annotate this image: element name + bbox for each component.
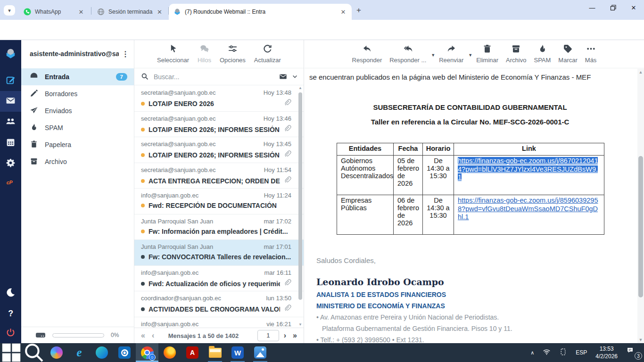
message-row[interactable]: secretaria@sanjuan.gob.ecHoy 13:48LOTAIP…: [134, 86, 304, 112]
mail-action-responder[interactable]: Responder: [352, 44, 382, 64]
tray-expand-icon[interactable]: ∧: [530, 350, 534, 356]
message-count: Mensajes 1 a 50 de 1402: [154, 332, 253, 339]
taskbar-file-explorer-icon[interactable]: [204, 343, 226, 362]
message-time: Hoy 11:54: [264, 166, 291, 173]
browser-tab[interactable]: Sesión terminada | Informes Me✕: [92, 4, 167, 20]
folder-item-papelera[interactable]: Papelera: [21, 136, 134, 153]
mail-action-spam[interactable]: SPAM: [534, 44, 551, 64]
action-center-icon[interactable]: 3: [626, 346, 640, 359]
folder-label: Entrada: [45, 73, 69, 81]
message-time: Hoy 11:24: [264, 192, 291, 199]
taskbar-edge-icon[interactable]: [91, 343, 113, 362]
scroll-up-icon[interactable]: ▲: [637, 70, 644, 74]
restore-button[interactable]: [603, 0, 623, 15]
rail-item-cpanel[interactable]: cP: [0, 173, 21, 194]
taskbar-internet-explorer-icon[interactable]: e: [68, 343, 91, 362]
folder-item-borradores[interactable]: Borradores: [21, 85, 134, 102]
rail-item-logout[interactable]: [0, 323, 21, 344]
message-status-dot: [141, 179, 145, 183]
taskbar-start-icon[interactable]: [0, 343, 23, 362]
message-subject: LOTAIP ENERO 2026; INFORMES SESIÓN 0...: [149, 151, 280, 159]
help-icon: ?: [6, 308, 16, 320]
mail-action-eliminar[interactable]: Eliminar: [476, 44, 498, 64]
message-row[interactable]: info@sanjuan.gob.ecmar 16:11Fwd: Actuali…: [134, 266, 304, 292]
message-row[interactable]: coordinador@sanjuan.gob.eclun 13:50ACTIV…: [134, 291, 304, 317]
dropdown-caret-icon[interactable]: ▼: [468, 53, 472, 58]
search-bar[interactable]: Buscar...: [134, 68, 304, 85]
wifi-icon[interactable]: [543, 348, 551, 358]
folder-item-archivo[interactable]: Archivo: [21, 153, 134, 170]
message-row[interactable]: info@sanjuan.gob.ecvie 16:21: [134, 317, 304, 328]
your-phone-icon[interactable]: [559, 348, 567, 358]
message-subject: Fw: Información para empleadores | Crédi…: [149, 228, 291, 235]
search-input[interactable]: Buscar...: [154, 73, 274, 81]
new-tab-button[interactable]: +: [356, 6, 361, 15]
close-tab-icon[interactable]: ✕: [339, 8, 347, 16]
message-row[interactable]: Junta Parroquial San Juanmar 17:02Fw: In…: [134, 214, 304, 240]
message-status-dot: [141, 102, 145, 106]
mail-action-más[interactable]: Más: [585, 44, 597, 64]
dropdown-caret-icon[interactable]: ▼: [431, 53, 435, 58]
rail-item-mail[interactable]: [0, 91, 21, 112]
mail-action-responder[interactable]: Responder ...: [389, 44, 426, 64]
taskbar-copilot-icon[interactable]: [45, 343, 68, 362]
list-pagination: « ‹ Mensajes 1 a 50 de 1402 1 › »: [134, 328, 304, 343]
taskbar-chrome-icon[interactable]: ☺: [136, 343, 158, 362]
rail-item-contacts[interactable]: [0, 112, 21, 132]
message-row[interactable]: secretaria@sanjuan.gob.ecHoy 13:45LOTAIP…: [134, 137, 304, 163]
zoom-link[interactable]: https://finanzas-gob-ec.zoom.us/j/859603…: [458, 197, 598, 221]
list-scrollbar[interactable]: ▲ ▼: [297, 86, 303, 328]
page-number-input[interactable]: 1: [257, 330, 279, 341]
list-toolbar-opciones[interactable]: Opciones: [220, 44, 246, 64]
toolbar-label: Actualizar: [254, 57, 281, 64]
list-toolbar-seleccionar[interactable]: Seleccionar: [157, 44, 189, 64]
browser-tab[interactable]: WhatsApp✕: [19, 4, 90, 20]
list-toolbar-actualizar[interactable]: Actualizar: [254, 44, 281, 64]
search-scope-icon[interactable]: [279, 73, 287, 81]
reader-scrollbar[interactable]: ▲ ▼: [637, 69, 644, 343]
language-indicator[interactable]: ESP: [576, 349, 587, 356]
cell-link-container: https://finanzas-gob-ec.zoom.us/j/859603…: [454, 195, 604, 235]
message-row[interactable]: info@sanjuan.gob.ecHoy 11:24Fwd: RECEPCI…: [134, 189, 304, 214]
zoom-link[interactable]: https://finanzas-gob-ec.zoom.us/j/867021…: [458, 157, 598, 181]
mail-action-archivo[interactable]: Archivo: [506, 44, 526, 64]
message-sender: info@sanjuan.gob.ec: [141, 192, 198, 199]
rail-item-calendar[interactable]: [0, 132, 21, 153]
close-window-button[interactable]: ✕: [623, 0, 644, 15]
next-page-icon[interactable]: ›: [284, 331, 286, 340]
scroll-down-icon[interactable]: ▼: [297, 322, 303, 327]
last-page-icon[interactable]: »: [293, 331, 297, 340]
folder-item-spam[interactable]: SPAM: [21, 119, 134, 136]
close-tab-icon[interactable]: ✕: [77, 8, 85, 16]
taskbar-photos-icon[interactable]: [249, 343, 272, 362]
account-menu-icon[interactable]: ⋮: [119, 49, 129, 58]
rail-item-settings[interactable]: [0, 153, 21, 174]
search-options-icon[interactable]: [292, 73, 298, 81]
scroll-up-icon[interactable]: ▲: [297, 86, 303, 90]
mail-action-reenviar[interactable]: Reenviar: [439, 44, 463, 64]
rail-item-dark-mode[interactable]: [0, 283, 21, 304]
svg-text:cP: cP: [7, 180, 13, 185]
close-tab-icon[interactable]: ✕: [157, 8, 162, 16]
message-sender: info@sanjuan.gob.ec: [141, 321, 198, 328]
taskbar-outlook-icon[interactable]: O: [113, 343, 136, 362]
clock[interactable]: 13:53 4/2/2026: [595, 345, 618, 360]
taskbar-word-icon[interactable]: W: [226, 343, 249, 362]
message-row[interactable]: Junta Parroquial San Juanmar 17:01Fw: CO…: [134, 240, 304, 266]
mail-action-marcar[interactable]: Marcar: [558, 44, 577, 64]
taskbar-acrobat-icon[interactable]: A: [181, 343, 204, 362]
rail-item-help[interactable]: ?: [0, 304, 21, 324]
first-page-icon[interactable]: «: [141, 331, 145, 340]
message-row[interactable]: secretaria@sanjuan.gob.ecHoy 13:46LOTAIP…: [134, 112, 304, 138]
folder-item-entrada[interactable]: Entrada7: [21, 68, 134, 85]
message-row[interactable]: secretaria@sanjuan.gob.ecHoy 11:54ACTA E…: [134, 163, 304, 189]
scroll-down-icon[interactable]: ▼: [637, 337, 644, 342]
tab-list-button[interactable]: ▾: [4, 5, 15, 16]
taskbar-firefox-icon[interactable]: [158, 343, 181, 362]
minimize-button[interactable]: —: [582, 0, 603, 15]
browser-tab[interactable]: (7) Roundcube Webmail :: Entra✕: [169, 4, 352, 20]
search-icon: [141, 73, 149, 81]
folder-item-enviados[interactable]: Enviados: [21, 102, 134, 119]
taskbar-search-icon[interactable]: [23, 343, 45, 362]
rail-item-compose[interactable]: [0, 70, 21, 91]
